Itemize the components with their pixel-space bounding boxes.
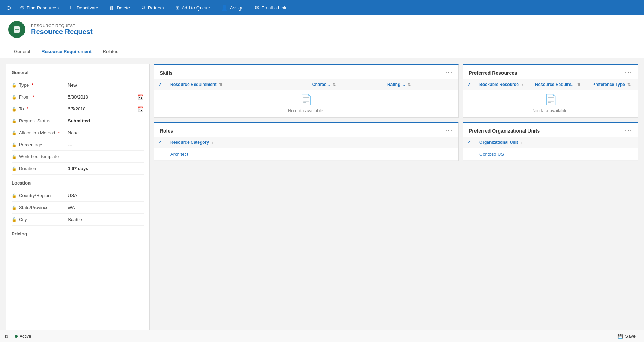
sort-icon-bookable: ↑ <box>521 82 523 87</box>
preferred-resources-more-button[interactable]: ··· <box>625 69 632 76</box>
preferred-resources-no-data: 📄 No data available. <box>463 90 638 117</box>
location-section-title: Location <box>12 180 144 186</box>
status-dot <box>15 335 18 338</box>
pr-col-preference-type[interactable]: Preference Type ⇅ <box>588 79 638 90</box>
field-percentage-label: 🔒 Percentage <box>12 142 68 147</box>
deactivate-label: Deactivate <box>77 5 98 11</box>
roles-check-icon: ✓ <box>158 140 162 145</box>
roles-title: Roles <box>160 128 173 134</box>
roles-check-header[interactable]: ✓ <box>154 137 166 148</box>
left-panel: General 🔒 Type * New 🔒 From * 5/30/2018 … <box>6 64 150 338</box>
field-to: 🔒 To * 6/5/2018 📅 <box>12 103 144 115</box>
lock-icon-to: 🔒 <box>12 107 17 112</box>
skills-no-data-text: No data available. <box>158 108 454 113</box>
center-panel: Skills ··· ✓ Resource Requirement ⇅ C <box>154 64 459 338</box>
field-work-hour-label: 🔒 Work hour template <box>12 154 68 159</box>
header-title: Resource Request <box>31 28 93 36</box>
deactivate-button[interactable]: ☐ Deactivate <box>64 0 104 15</box>
preferred-org-units-header: Preferred Organizational Units ··· <box>463 123 638 137</box>
add-to-queue-button[interactable]: ⊞ Add to Queue <box>170 0 216 15</box>
find-resources-label: Find Resources <box>27 5 59 11</box>
status-left: 🖥 Active <box>4 334 31 339</box>
tab-related[interactable]: Related <box>97 45 124 58</box>
roles-col-resource-cat[interactable]: Resource Category ↑ <box>166 137 458 148</box>
refresh-icon: ↺ <box>141 5 146 11</box>
tab-general[interactable]: General <box>8 45 36 58</box>
field-state: 🔒 State/Province WA <box>12 202 144 214</box>
lock-icon-duration: 🔒 <box>12 166 17 171</box>
skills-card-header: Skills ··· <box>154 65 458 79</box>
field-city-value: Seattle <box>68 217 144 222</box>
field-city-label: 🔒 City <box>12 217 68 222</box>
preferred-resources-title: Preferred Resources <box>469 70 517 76</box>
pou-check-icon: ✓ <box>467 140 471 145</box>
preferred-org-units-title: Preferred Organizational Units <box>469 128 540 134</box>
pou-row-check <box>463 148 475 161</box>
save-button[interactable]: 💾 Save <box>613 334 640 339</box>
skills-col-charac[interactable]: Charac... ⇅ <box>308 79 383 90</box>
skills-col-rating[interactable]: Rating ... ⇅ <box>383 79 458 90</box>
status-bar: 🖥 Active 💾 Save <box>0 330 644 342</box>
pou-check-header[interactable]: ✓ <box>463 137 475 148</box>
table-row[interactable]: Architect <box>154 148 458 161</box>
sort-icon-resource-cat: ↑ <box>211 140 213 145</box>
field-from-label: 🔒 From * <box>12 94 68 100</box>
skills-no-data: 📄 No data available. <box>154 90 458 117</box>
sort-icon-rating: ⇅ <box>408 82 411 87</box>
sort-icon-resource-req: ⇅ <box>219 82 222 87</box>
field-from: 🔒 From * 5/30/2018 📅 <box>12 91 144 103</box>
right-panel: Preferred Resources ··· ✓ Bookable Resou… <box>463 64 638 338</box>
field-work-hour-value: --- <box>68 154 144 159</box>
skills-col-resource-req[interactable]: Resource Requirement ⇅ <box>166 79 308 90</box>
pr-col-bookable[interactable]: Bookable Resource ↑ <box>475 79 531 90</box>
field-to-value: 6/5/2018 <box>68 106 135 112</box>
roles-more-button[interactable]: ··· <box>445 127 453 134</box>
save-label: Save <box>625 334 636 339</box>
skills-card: Skills ··· ✓ Resource Requirement ⇅ C <box>154 64 459 118</box>
nav-home-button[interactable]: ⊙ <box>3 0 14 15</box>
sort-icon-preference-type: ⇅ <box>627 82 631 87</box>
header-subtitle: RESOURCE REQUEST <box>31 24 93 28</box>
field-request-status: 🔒 Request Status Submitted <box>12 115 144 127</box>
add-to-queue-icon: ⊞ <box>175 5 180 11</box>
pou-row-contoso[interactable]: Contoso US <box>475 148 638 161</box>
deactivate-icon: ☐ <box>70 5 74 11</box>
pr-check-icon: ✓ <box>467 82 471 87</box>
refresh-button[interactable]: ↺ Refresh <box>136 0 170 15</box>
roles-card: Roles ··· ✓ Resource Category ↑ <box>154 122 459 161</box>
field-request-status-value: Submitted <box>68 118 144 123</box>
lock-icon-from: 🔒 <box>12 95 17 100</box>
field-from-input-row: 5/30/2018 📅 <box>68 94 144 100</box>
preferred-org-units-more-button[interactable]: ··· <box>625 127 632 134</box>
lock-icon-status: 🔒 <box>12 119 17 123</box>
skills-check-header[interactable]: ✓ <box>154 79 166 90</box>
skills-more-button[interactable]: ··· <box>445 69 453 76</box>
roles-row-architect[interactable]: Architect <box>166 148 458 161</box>
pou-col-org-unit[interactable]: Organizational Unit ↑ <box>475 137 638 148</box>
calendar-icon-to[interactable]: 📅 <box>138 106 144 112</box>
calendar-icon-from[interactable]: 📅 <box>138 94 144 100</box>
email-link-button[interactable]: ✉ Email a Link <box>249 0 292 15</box>
main-content: General 🔒 Type * New 🔒 From * 5/30/2018 … <box>0 58 644 342</box>
email-link-label: Email a Link <box>262 5 287 11</box>
field-allocation-method: 🔒 Allocation Method * None <box>12 127 144 139</box>
tab-resource-requirement[interactable]: Resource Requirement <box>36 45 97 58</box>
table-row[interactable]: Contoso US <box>463 148 638 161</box>
delete-icon: 🗑 <box>109 5 114 11</box>
pr-col-resource-req[interactable]: Resource Require... ⇅ <box>531 79 588 90</box>
field-state-label: 🔒 State/Province <box>12 205 68 210</box>
resource-icon <box>13 25 21 34</box>
find-resources-icon: ⊕ <box>20 5 25 11</box>
field-to-input-row: 6/5/2018 📅 <box>68 106 144 112</box>
assign-button[interactable]: 👤 Assign <box>216 0 249 15</box>
delete-button[interactable]: 🗑 Delete <box>104 0 136 15</box>
find-resources-button[interactable]: ⊕ Find Resources <box>14 0 64 15</box>
field-request-status-label: 🔒 Request Status <box>12 118 68 123</box>
skills-table: ✓ Resource Requirement ⇅ Charac... ⇅ Rat… <box>154 79 458 117</box>
field-from-value: 5/30/2018 <box>68 94 135 100</box>
skills-title: Skills <box>160 70 173 76</box>
refresh-label: Refresh <box>148 5 164 11</box>
pr-check-header[interactable]: ✓ <box>463 79 475 90</box>
field-state-value: WA <box>68 205 144 210</box>
field-type-label: 🔒 Type * <box>12 82 68 88</box>
